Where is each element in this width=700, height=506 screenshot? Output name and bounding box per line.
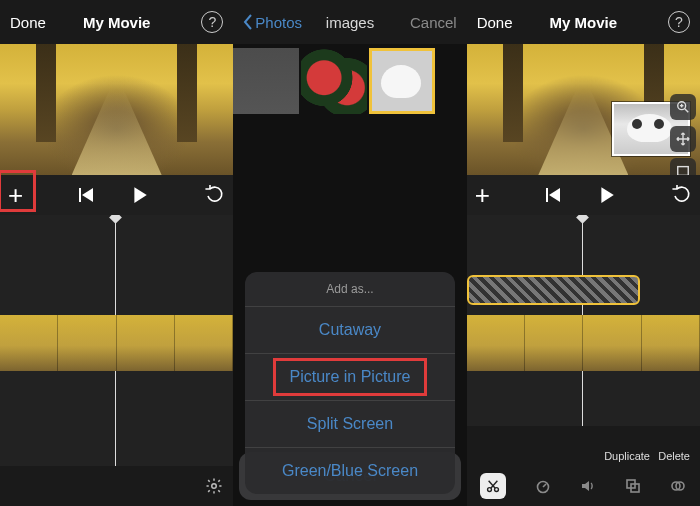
settings-icon[interactable]	[205, 477, 223, 495]
zoom-icon[interactable]	[670, 94, 696, 120]
duplicate-button[interactable]: Duplicate	[604, 450, 650, 462]
add-media-button[interactable]: +	[475, 180, 490, 211]
delete-button[interactable]: Delete	[658, 450, 690, 462]
overlay-tool-icon[interactable]	[625, 478, 641, 494]
preview-frame-autumn	[0, 44, 233, 175]
transport-bar: +	[467, 175, 700, 215]
filter-tool-icon[interactable]	[670, 478, 686, 494]
volume-tool-icon[interactable]	[580, 478, 596, 494]
svg-point-1	[212, 484, 217, 489]
picker-grid	[233, 44, 466, 118]
pane-editor-pip: Done My Movie ? +	[467, 0, 700, 506]
svg-rect-7	[546, 188, 548, 202]
svg-rect-6	[678, 167, 689, 175]
undo-icon[interactable]	[672, 185, 692, 205]
preview-canvas	[0, 44, 233, 175]
border-icon[interactable]	[670, 158, 696, 175]
option-cutaway[interactable]: Cutaway	[245, 306, 454, 353]
transport-bar: +	[0, 175, 233, 215]
back-button[interactable]: Photos	[243, 14, 302, 31]
tool-bar	[467, 466, 700, 506]
svg-line-3	[685, 109, 689, 113]
help-icon[interactable]: ?	[668, 11, 690, 33]
svg-rect-0	[79, 188, 81, 202]
timeline-clip-main[interactable]	[0, 315, 233, 371]
skip-back-icon[interactable]	[546, 187, 562, 203]
timeline[interactable]	[0, 215, 233, 466]
done-button[interactable]: Done	[10, 14, 46, 31]
play-icon[interactable]	[131, 186, 149, 204]
pane-editor-initial: Done My Movie ? +	[0, 0, 233, 506]
timeline[interactable]	[467, 215, 700, 426]
picker-thumb-selected[interactable]	[369, 48, 435, 114]
preview-tools	[670, 94, 696, 175]
picker-thumb[interactable]	[301, 48, 367, 114]
cancel-button[interactable]: Cancel	[410, 14, 457, 31]
action-sheet: Add as... Cutaway Picture in Picture Spl…	[239, 444, 460, 500]
header-bar: Done My Movie ?	[0, 0, 233, 44]
cut-tool-icon[interactable]	[480, 473, 506, 499]
option-split-screen[interactable]: Split Screen	[245, 400, 454, 447]
add-media-button[interactable]: +	[8, 180, 23, 211]
sheet-title: Add as...	[245, 272, 454, 306]
option-picture-in-picture[interactable]: Picture in Picture	[245, 353, 454, 400]
picker-thumb[interactable]	[233, 48, 299, 114]
skip-back-icon[interactable]	[79, 187, 95, 203]
timeline-pip-track[interactable]	[467, 275, 640, 305]
help-icon[interactable]: ?	[201, 11, 223, 33]
move-icon[interactable]	[670, 126, 696, 152]
pane-media-picker: Photos images Cancel Add as... Cutaway P…	[233, 0, 466, 506]
play-icon[interactable]	[598, 186, 616, 204]
bottom-bar	[0, 466, 233, 506]
option-green-blue-screen[interactable]: Green/Blue Screen	[245, 447, 454, 494]
done-button[interactable]: Done	[477, 14, 513, 31]
header-bar: Done My Movie ?	[467, 0, 700, 44]
speed-tool-icon[interactable]	[535, 478, 551, 494]
timeline-clip-main[interactable]	[467, 315, 700, 371]
undo-icon[interactable]	[205, 185, 225, 205]
preview-canvas	[467, 44, 700, 175]
svg-line-13	[543, 484, 546, 487]
picker-header: Photos images Cancel	[233, 0, 466, 44]
